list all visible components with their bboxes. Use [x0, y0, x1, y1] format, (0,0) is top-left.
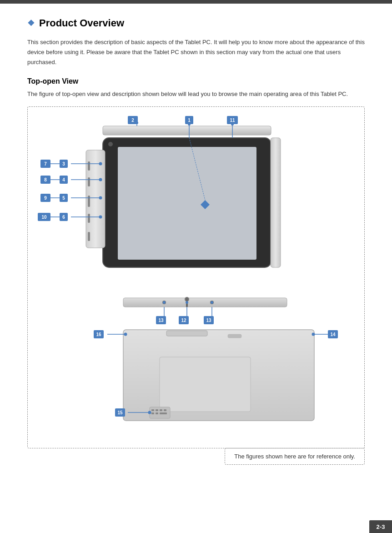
svg-rect-89 — [160, 412, 167, 414]
svg-text:9: 9 — [44, 196, 47, 201]
top-bar — [0, 0, 392, 4]
sub-section-description: The figure of top-open view and descript… — [27, 89, 365, 99]
svg-rect-71 — [166, 331, 207, 336]
page-number: 2-3 — [369, 520, 392, 533]
diagram-svg-container: 2 1 11 3 — [32, 116, 360, 443]
svg-rect-88 — [156, 412, 158, 414]
svg-rect-7 — [88, 196, 90, 207]
intro-paragraph: This section provides the description of… — [27, 37, 365, 67]
svg-rect-9 — [88, 232, 90, 241]
svg-text:15: 15 — [117, 410, 123, 415]
svg-rect-83 — [151, 409, 154, 411]
diagram-box: 2 1 11 3 — [27, 106, 365, 448]
svg-text:2: 2 — [131, 118, 134, 123]
svg-point-62 — [186, 301, 188, 304]
svg-text:12: 12 — [181, 318, 186, 323]
svg-point-90 — [148, 411, 151, 414]
svg-text:1: 1 — [188, 118, 191, 123]
svg-text:13: 13 — [158, 318, 164, 323]
reference-note: The figures shown here are for reference… — [225, 448, 365, 465]
reference-text: The figures shown here are for reference… — [234, 453, 355, 460]
svg-point-3 — [108, 142, 113, 146]
svg-rect-85 — [160, 409, 162, 411]
sub-section-title: Top-open View — [27, 77, 365, 85]
svg-point-66 — [211, 301, 213, 304]
svg-rect-8 — [88, 214, 90, 223]
svg-point-58 — [163, 301, 166, 304]
diagram-svg: 2 1 11 3 — [32, 116, 360, 443]
svg-text:3: 3 — [62, 161, 65, 166]
svg-text:8: 8 — [44, 177, 47, 182]
svg-text:10: 10 — [41, 215, 47, 220]
svg-text:5: 5 — [62, 196, 65, 201]
svg-rect-73 — [228, 334, 241, 338]
svg-rect-87 — [151, 412, 154, 414]
svg-rect-2 — [118, 147, 256, 260]
svg-text:4: 4 — [62, 177, 65, 182]
svg-rect-72 — [160, 357, 251, 412]
svg-rect-6 — [88, 177, 90, 186]
svg-text:7: 7 — [44, 161, 47, 166]
svg-rect-53 — [123, 298, 287, 307]
svg-rect-86 — [164, 409, 166, 411]
svg-rect-0 — [103, 126, 271, 135]
reference-row: The figures shown here are for reference… — [27, 448, 365, 465]
svg-rect-5 — [88, 161, 90, 171]
diamond-icon: ❖ — [27, 18, 35, 28]
svg-rect-84 — [156, 409, 158, 411]
section-title: ❖ Product Overview — [27, 17, 365, 29]
svg-text:14: 14 — [330, 332, 336, 337]
svg-rect-10 — [271, 138, 281, 267]
svg-text:6: 6 — [62, 215, 65, 220]
page-content: ❖ Product Overview This section provides… — [0, 4, 392, 492]
svg-text:13: 13 — [206, 318, 211, 323]
svg-text:16: 16 — [96, 332, 101, 337]
svg-text:11: 11 — [230, 118, 235, 123]
